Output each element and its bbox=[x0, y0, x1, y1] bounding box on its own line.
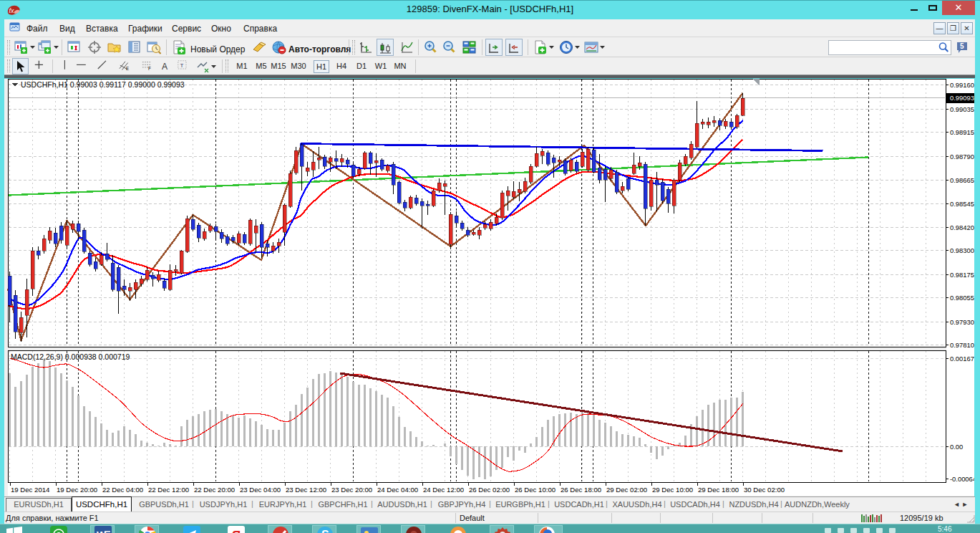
svg-text:24 Dec 12:00: 24 Dec 12:00 bbox=[423, 486, 464, 494]
svg-text:-0.000644: -0.000644 bbox=[950, 475, 974, 483]
svg-text:19 Dec 2014: 19 Dec 2014 bbox=[11, 486, 50, 494]
svg-text:22 Dec 12:00: 22 Dec 12:00 bbox=[148, 486, 189, 494]
svg-text:0.98915: 0.98915 bbox=[950, 128, 974, 136]
svg-text:26 Dec 18:00: 26 Dec 18:00 bbox=[561, 486, 601, 494]
svg-text:F: F bbox=[148, 66, 151, 71]
svg-text:19 Dec 20:00: 19 Dec 20:00 bbox=[57, 486, 97, 494]
svg-text:0.00: 0.00 bbox=[950, 443, 963, 451]
svg-text:0.98665: 0.98665 bbox=[950, 176, 974, 184]
svg-text:26 Dec 10:00: 26 Dec 10:00 bbox=[515, 486, 556, 494]
svg-text:0.98790: 0.98790 bbox=[950, 153, 974, 160]
svg-text:0.98545: 0.98545 bbox=[950, 200, 974, 208]
svg-text:0.98055: 0.98055 bbox=[950, 294, 974, 302]
svg-text:0.97810: 0.97810 bbox=[950, 341, 974, 349]
svg-text:30 Dec 02:00: 30 Dec 02:00 bbox=[744, 486, 785, 494]
svg-text:29 Dec 02:00: 29 Dec 02:00 bbox=[606, 486, 647, 494]
svg-text:22 Dec 20:00: 22 Dec 20:00 bbox=[194, 486, 235, 494]
svg-text:0.99035: 0.99035 bbox=[950, 105, 974, 113]
svg-text:23 Dec 12:00: 23 Dec 12:00 bbox=[286, 486, 326, 494]
svg-text:Я: Я bbox=[232, 529, 241, 533]
svg-text:0.99160: 0.99160 bbox=[950, 81, 974, 89]
svg-text:USDCHFh,H1 0.99003 0.99117 0.: USDCHFh,H1 0.99003 0.99117 0.99000 0.990… bbox=[21, 80, 185, 89]
svg-text:24 Dec 04:00: 24 Dec 04:00 bbox=[377, 486, 418, 494]
svg-text:22 Dec 04:00: 22 Dec 04:00 bbox=[102, 486, 143, 494]
svg-text:0.97930: 0.97930 bbox=[950, 318, 974, 326]
svg-text:23 Dec 04:00: 23 Dec 04:00 bbox=[240, 486, 281, 494]
svg-text:T: T bbox=[180, 62, 184, 69]
svg-text:S: S bbox=[321, 529, 329, 533]
svg-text:26 Dec 02:00: 26 Dec 02:00 bbox=[469, 486, 510, 494]
svg-text:29 Dec 10:00: 29 Dec 10:00 bbox=[652, 486, 693, 494]
svg-text:0.99093: 0.99093 bbox=[950, 94, 974, 102]
svg-text:29 Dec 18:00: 29 Dec 18:00 bbox=[698, 486, 739, 494]
svg-text:0.001673: 0.001673 bbox=[950, 355, 974, 362]
svg-text:0.98420: 0.98420 bbox=[950, 224, 974, 231]
svg-text:0.98175: 0.98175 bbox=[950, 271, 974, 279]
svg-text:MACD(12,26,9) 0.000938 0.00071: MACD(12,26,9) 0.000938 0.000719 bbox=[11, 352, 130, 361]
svg-text:5: 5 bbox=[960, 42, 964, 50]
svg-text:0.98300: 0.98300 bbox=[950, 246, 974, 254]
svg-text:E: E bbox=[126, 66, 129, 71]
svg-text:23 Dec 20:00: 23 Dec 20:00 bbox=[331, 486, 372, 494]
